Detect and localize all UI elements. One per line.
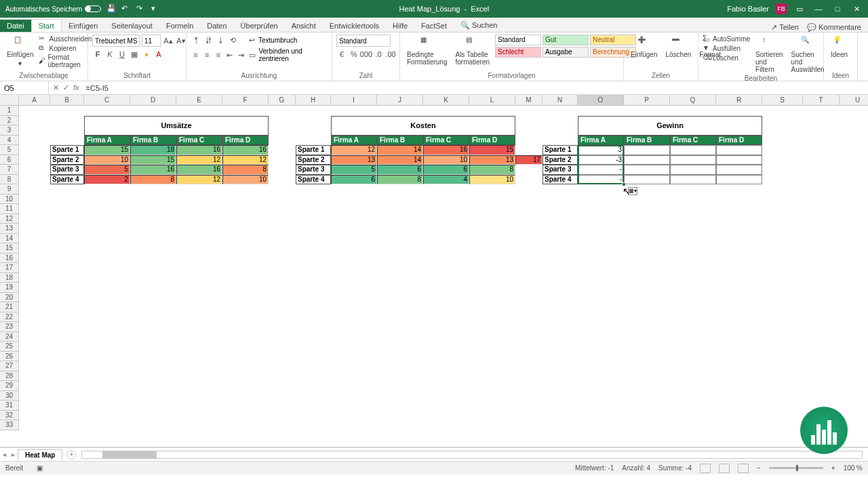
macro-record-icon[interactable]: ▣: [37, 464, 43, 472]
comments-button[interactable]: 💬 Kommentare: [807, 23, 861, 32]
zoom-level[interactable]: 100 %: [844, 464, 863, 472]
cell[interactable]: [624, 145, 670, 155]
user-name[interactable]: Fabio Basler: [727, 5, 769, 13]
row-header[interactable]: 11: [0, 204, 19, 214]
row-header[interactable]: 4: [0, 136, 19, 146]
qat-dropdown-icon[interactable]: ▾: [151, 4, 161, 14]
column-header[interactable]: S: [762, 95, 803, 106]
row-label[interactable]: Sparte 4: [542, 175, 578, 185]
cell[interactable]: 15: [130, 155, 176, 165]
row-header[interactable]: 26: [0, 352, 19, 362]
autosum-button[interactable]: ΣAutoSumme: [703, 35, 750, 43]
cell[interactable]: 12: [176, 175, 222, 185]
cell[interactable]: Firma C: [176, 136, 222, 146]
ribbon-display-icon[interactable]: ▭: [793, 5, 806, 14]
row-label[interactable]: Sparte 1: [542, 145, 578, 155]
column-header[interactable]: Q: [670, 95, 716, 106]
page-break-view-icon[interactable]: [738, 464, 749, 473]
format-painter-button[interactable]: 🖌Format übertragen: [39, 54, 92, 68]
close-icon[interactable]: ✕: [850, 5, 863, 14]
cell[interactable]: Firma B: [624, 136, 670, 146]
ribbon-tab-überprüfen[interactable]: Überprüfen: [234, 20, 285, 32]
confirm-formula-icon[interactable]: ✓: [63, 83, 69, 92]
row-header[interactable]: 23: [0, 322, 19, 332]
column-header[interactable]: I: [331, 95, 377, 106]
column-header[interactable]: M: [515, 95, 542, 106]
cell[interactable]: 16: [130, 165, 176, 175]
bold-button[interactable]: F: [92, 49, 103, 60]
column-header[interactable]: U: [840, 95, 868, 106]
row-header[interactable]: 16: [0, 253, 19, 264]
row-header[interactable]: 13: [0, 224, 19, 234]
increase-font-icon[interactable]: A▴: [163, 35, 174, 46]
italic-button[interactable]: K: [104, 49, 115, 60]
cell[interactable]: [716, 155, 762, 165]
cell[interactable]: -: [578, 175, 624, 185]
add-sheet-icon[interactable]: +: [66, 450, 76, 460]
save-icon[interactable]: 💾: [106, 4, 116, 14]
row-header[interactable]: 22: [0, 312, 19, 323]
cell[interactable]: Firma C: [670, 136, 716, 146]
cell[interactable]: [670, 165, 716, 175]
row-label[interactable]: Sparte 3: [296, 165, 331, 175]
align-right-icon[interactable]: ≡: [213, 49, 223, 60]
zoom-out-icon[interactable]: −: [757, 464, 761, 472]
cell[interactable]: -3: [578, 155, 624, 165]
dec-decimal-icon[interactable]: .00: [385, 49, 396, 60]
row-header[interactable]: 18: [0, 273, 19, 283]
cell[interactable]: Firma A: [84, 136, 130, 146]
cell[interactable]: 16: [176, 145, 222, 155]
cell[interactable]: Firma C: [423, 136, 469, 146]
cell[interactable]: 2: [84, 175, 130, 185]
cell[interactable]: [624, 165, 670, 175]
row-label[interactable]: Sparte 1: [296, 145, 331, 155]
paste-button[interactable]: 📋Einfügen▾: [4, 35, 36, 68]
cell[interactable]: Firma D: [222, 136, 269, 146]
zoom-in-icon[interactable]: +: [831, 464, 835, 472]
cell[interactable]: 12: [222, 155, 269, 165]
column-header[interactable]: F: [222, 95, 269, 106]
cell-style-schlecht[interactable]: Schlecht: [495, 47, 541, 58]
column-header[interactable]: R: [716, 95, 762, 106]
cell[interactable]: 18: [130, 145, 176, 155]
cell[interactable]: 14: [377, 145, 423, 155]
wrap-text-button[interactable]: ↩: [246, 35, 257, 45]
cell[interactable]: 8: [130, 175, 176, 185]
cell[interactable]: -: [578, 165, 624, 175]
format-as-table-button[interactable]: ▤Als Tabelle formatieren: [452, 35, 492, 67]
currency-icon[interactable]: €: [336, 49, 347, 60]
cell[interactable]: [670, 145, 716, 155]
cell[interactable]: 12: [331, 145, 377, 155]
indent-inc-icon[interactable]: ⇥: [236, 49, 246, 60]
row-header[interactable]: 28: [0, 371, 19, 382]
search-input[interactable]: 🔍 Suchen: [454, 19, 504, 32]
cell[interactable]: [670, 155, 716, 165]
table-title[interactable]: Kosten: [331, 116, 515, 136]
maximize-icon[interactable]: □: [831, 5, 844, 13]
clear-button[interactable]: ⌫Löschen: [703, 54, 750, 62]
row-header[interactable]: 14: [0, 234, 19, 244]
table-title[interactable]: Umsätze: [84, 116, 269, 136]
cell[interactable]: 10: [423, 155, 469, 165]
cut-button[interactable]: ✂Ausschneiden: [39, 35, 92, 43]
undo-icon[interactable]: ↶: [121, 4, 131, 14]
ribbon-tab-einfügen[interactable]: Einfügen: [62, 20, 104, 32]
cell[interactable]: 8: [222, 165, 269, 175]
column-header[interactable]: L: [469, 95, 515, 106]
sort-filter-button[interactable]: ↕Sortieren und Filtern: [753, 35, 786, 75]
row-header[interactable]: 1: [0, 106, 19, 116]
ribbon-tab-datei[interactable]: Datei: [0, 20, 31, 32]
row-header[interactable]: 12: [0, 214, 19, 224]
cell[interactable]: [716, 175, 762, 185]
column-header[interactable]: G: [269, 95, 296, 106]
column-header[interactable]: D: [130, 95, 176, 106]
inc-decimal-icon[interactable]: .0: [373, 49, 384, 60]
column-header[interactable]: T: [803, 95, 840, 106]
ribbon-tab-entwicklertools[interactable]: Entwicklertools: [323, 20, 386, 32]
row-header[interactable]: 25: [0, 342, 19, 352]
column-header[interactable]: E: [176, 95, 222, 106]
horizontal-scrollbar[interactable]: [81, 451, 863, 459]
sheet-tab[interactable]: Heat Map: [18, 449, 62, 460]
cell[interactable]: 3: [578, 145, 624, 155]
orientation-icon[interactable]: ⟲: [227, 35, 238, 45]
